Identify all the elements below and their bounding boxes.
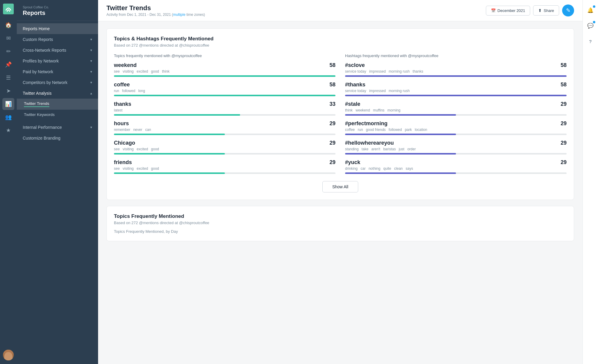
hashtag-count: 58 [561, 62, 567, 68]
nav-icon-star[interactable]: ★ [2, 124, 14, 136]
topic-count: 58 [329, 62, 335, 68]
chevron-icon: ▾ [90, 70, 92, 74]
sidebar-item-paid-by-network-label: Paid by Network [23, 69, 53, 74]
show-all-container: Show All [114, 179, 567, 192]
hashtag-count: 29 [561, 120, 567, 127]
topic-progress-bar [114, 172, 335, 174]
chevron-icon: ▾ [90, 37, 92, 42]
sidebar-item-customize-branding[interactable]: Customize Branding [17, 133, 98, 143]
nav-icon-send[interactable]: ➤ [2, 85, 14, 97]
topics-col-header: Topics frequently mentioned with @myspro… [114, 53, 335, 58]
subtitle-text: Activity from Dec 1, 2021 - Dec 31, 2021… [106, 13, 173, 17]
nav-icon-people[interactable]: 👥 [2, 111, 14, 123]
share-icon: ⬆ [538, 8, 542, 13]
page-subtitle: Activity from Dec 1, 2021 - Dec 31, 2021… [106, 13, 205, 17]
topic-progress-bar [114, 134, 335, 135]
help-symbol: ? [589, 39, 592, 44]
sidebar-item-reports-home[interactable]: Reports Home [17, 23, 98, 34]
sidebar-item-internal-performance[interactable]: Internal Performance ▾ [17, 122, 98, 133]
edit-button[interactable]: ✎ [562, 4, 574, 16]
topic-progress-bar [114, 75, 335, 77]
hashtag-progress-fill [345, 153, 456, 155]
sidebar-item-internal-performance-label: Internal Performance [23, 125, 62, 130]
card1-title: Topics & Hashtags Frequently Mentioned [114, 36, 567, 42]
content-area: Topics & Hashtags Frequently Mentioned B… [98, 21, 582, 364]
topic-tags: remember never can [114, 128, 335, 132]
calendar-icon: 📅 [491, 8, 496, 13]
sidebar-item-twitter-analysis[interactable]: Twitter Analysis ▴ [17, 88, 98, 99]
message-badge [593, 21, 595, 23]
topic-count: 33 [329, 101, 335, 107]
nav-icon-pin[interactable]: 📌 [2, 59, 14, 71]
hashtag-progress-bar [345, 95, 567, 96]
sidebar-item-twitter-keywords[interactable]: Twitter Keywords [17, 110, 98, 120]
notifications-icon[interactable]: 🔔 [585, 5, 596, 16]
hashtag-progress-fill [345, 172, 456, 174]
hashtags-col-header: Hashtags frequently mentioned with @mysp… [345, 53, 567, 58]
help-icon[interactable]: ? [585, 36, 596, 47]
topic-name: hours [114, 120, 129, 127]
topic-name: thanks [114, 101, 131, 107]
main-area: Twitter Trends Activity from Dec 1, 2021… [98, 0, 582, 364]
multiple-timezones-link[interactable]: multiple [173, 13, 185, 17]
sidebar-item-cross-network[interactable]: Cross-Network Reports ▾ [17, 45, 98, 56]
share-button[interactable]: ⬆ Share [533, 5, 559, 16]
hashtag-name: #sclove [345, 62, 365, 68]
hashtag-tags: service today impressed morning rush [345, 89, 567, 93]
card2-subtitle: Based on 272 @mentions directed at @chis… [114, 221, 567, 225]
card2-chart-label: Topics Frequently Mentioned, by Day [114, 229, 567, 234]
chevron-icon: ▾ [90, 125, 92, 129]
topic-tags: see visiting excited good think [114, 69, 335, 74]
sidebar-nav: Reports Home Custom Reports ▾ Cross-Netw… [17, 21, 98, 146]
hashtag-row: #perfectmorning 29 coffee run good frien… [345, 120, 567, 135]
sidebar-company: Sprout Coffee Co. [23, 5, 92, 9]
show-all-button[interactable]: Show All [322, 181, 358, 192]
hashtag-count: 58 [561, 82, 567, 88]
sidebar-item-paid-by-network[interactable]: Paid by Network ▾ [17, 66, 98, 77]
app-logo [3, 4, 14, 14]
hashtag-count: 29 [561, 159, 567, 166]
topics-hashtags-card: Topics & Hashtags Frequently Mentioned B… [106, 28, 574, 200]
topic-tags: see visiting excited good [114, 166, 335, 171]
messages-icon[interactable]: 💬 [585, 20, 596, 31]
top-bar-right: 📅 December 2021 ⬆ Share ✎ [486, 4, 574, 16]
hashtag-row: #yuck 29 drinking car nothing quite clea… [345, 159, 567, 174]
nav-icon-inbox[interactable]: ✉ [2, 32, 14, 44]
sidebar-item-profiles-by-network[interactable]: Profiles by Network ▾ [17, 56, 98, 66]
top-bar: Twitter Trends Activity from Dec 1, 2021… [98, 0, 582, 21]
hashtag-name: #perfectmorning [345, 120, 388, 127]
date-button[interactable]: 📅 December 2021 [486, 6, 530, 16]
hashtag-row: #sclove 58 service today impressed morni… [345, 62, 567, 77]
topics-mentioned-card: Topics Frequently Mentioned Based on 272… [106, 206, 574, 241]
sidebar-item-reports-home-label: Reports Home [23, 26, 50, 31]
sidebar-item-twitter-keywords-label: Twitter Keywords [24, 112, 55, 117]
topic-name: friends [114, 159, 132, 166]
sidebar-item-custom-reports-label: Custom Reports [23, 37, 53, 42]
user-avatar[interactable] [3, 350, 14, 360]
topic-progress-fill [114, 114, 240, 116]
nav-icon-list[interactable]: ☰ [2, 72, 14, 84]
card2-title: Topics Frequently Mentioned [114, 213, 567, 219]
topic-row: coffee 58 run followed long [114, 82, 335, 96]
topic-row: hours 29 remember never can [114, 120, 335, 135]
topic-progress-fill [114, 95, 335, 96]
sidebar-item-custom-reports[interactable]: Custom Reports ▾ [17, 34, 98, 45]
notification-badge [593, 5, 595, 8]
sidebar-item-twitter-trends[interactable]: Twitter Trends [17, 99, 98, 110]
hashtag-tags: drinking car nothing quite clean says [345, 166, 567, 171]
hashtag-tags: think weekend muffins morning [345, 108, 567, 112]
hashtag-tags: standing take aren't baristas just order [345, 147, 567, 151]
icon-bar: 🏠 ✉ ✏ 📌 ☰ ➤ 📊 👥 ★ [0, 0, 17, 364]
topic-count: 29 [329, 159, 335, 166]
sidebar-item-competitors-by-network[interactable]: Competitors by Network ▾ [17, 77, 98, 88]
topic-tags: run followed long [114, 89, 335, 93]
nav-icon-home[interactable]: 🏠 [2, 19, 14, 31]
nav-icon-chart[interactable]: 📊 [2, 98, 14, 110]
nav-icon-compose[interactable]: ✏ [2, 45, 14, 57]
hashtag-row: #hellowhereareyou 29 standing take aren'… [345, 140, 567, 155]
topic-progress-fill [114, 172, 225, 174]
chevron-icon: ▾ [90, 59, 92, 63]
hashtag-progress-bar [345, 75, 567, 77]
subtitle-suffix: time zones) [185, 13, 205, 17]
hashtag-progress-bar [345, 153, 567, 155]
